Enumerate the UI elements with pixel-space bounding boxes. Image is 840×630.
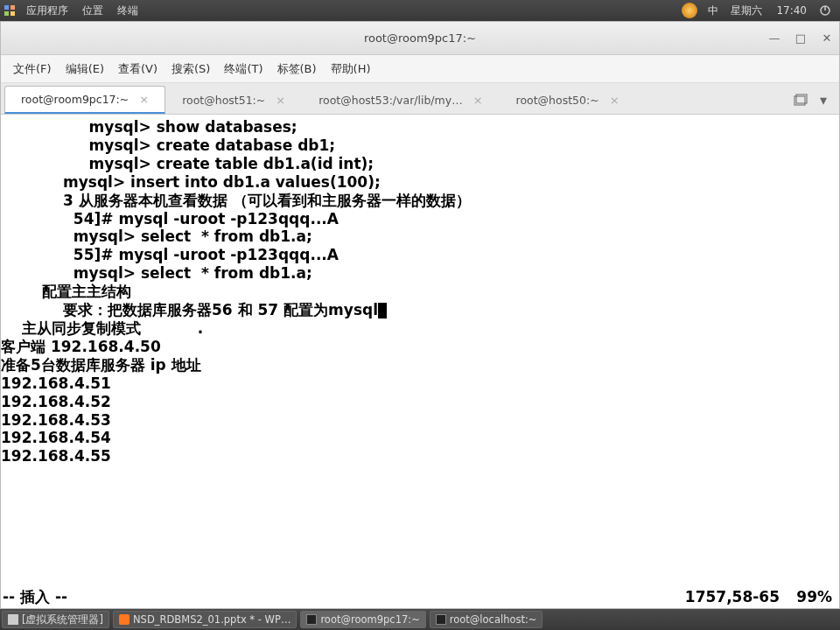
- power-icon[interactable]: [817, 3, 833, 18]
- tab-dropdown-icon[interactable]: ▾: [820, 92, 827, 108]
- terminal-line: mysql> insert into db1.a values(100);: [1, 173, 839, 192]
- panel-menu-applications[interactable]: 应用程序: [19, 4, 75, 18]
- terminal-line: 主从同步复制模式 .: [1, 319, 839, 338]
- tab-host51[interactable]: root@host51:~ ×: [165, 86, 302, 114]
- task-label: NSD_RDBMS2_01.pptx * - WP…: [133, 613, 290, 626]
- terminal-line: 54]# mysql -uroot -p123qqq...A: [1, 210, 839, 228]
- terminal-line: 192.168.4.54: [1, 429, 839, 447]
- tab-close-icon[interactable]: ×: [139, 93, 149, 106]
- tab-label: root@host50:~: [516, 94, 599, 107]
- task-terminal-room9pc17[interactable]: root@room9pc17:~: [300, 611, 425, 628]
- tab-close-icon[interactable]: ×: [276, 94, 285, 107]
- svg-rect-1: [10, 5, 15, 10]
- terminal-cursor: [378, 303, 387, 318]
- terminal-line: mysql> create database db1;: [1, 136, 839, 155]
- panel-menu-terminal[interactable]: 终端: [110, 4, 145, 18]
- terminal-line: mysql> show databases;: [1, 118, 839, 136]
- tab-label: root@host53:/var/lib/my…: [318, 94, 462, 107]
- terminal-window: root@room9pc17:~ — □ ✕ 文件(F) 编辑(E) 查看(V)…: [0, 21, 840, 609]
- wps-icon: [119, 614, 130, 625]
- terminal-icon: [306, 614, 317, 625]
- svg-rect-3: [10, 11, 15, 16]
- menu-search[interactable]: 搜索(S): [164, 61, 217, 77]
- vim-position: 1757,58-65: [685, 588, 780, 606]
- window-controls: — □ ✕: [767, 32, 834, 45]
- vm-icon: [8, 614, 18, 625]
- system-icon: [4, 4, 16, 17]
- terminal-line: 3 从服务器本机查看数据 （可以看到和主服务器一样的数据）: [1, 192, 839, 210]
- task-label: [虚拟系统管理器]: [22, 613, 103, 626]
- terminal-line: mysql> create table db1.a(id int);: [1, 155, 839, 173]
- tab-actions: ▾: [785, 86, 836, 114]
- tab-label: root@host51:~: [182, 94, 265, 107]
- menu-help[interactable]: 帮助(H): [324, 61, 378, 77]
- svg-rect-2: [4, 11, 9, 16]
- tab-host53[interactable]: root@host53:/var/lib/my… ×: [302, 86, 499, 114]
- terminal-output[interactable]: mysql> show databases; mysql> create dat…: [1, 115, 839, 608]
- window-titlebar[interactable]: root@room9pc17:~ — □ ✕: [1, 22, 839, 55]
- terminal-line: 要求：把数据库服务器56 和 57 配置为mysql: [1, 301, 839, 319]
- tab-label: root@room9pc17:~: [21, 93, 129, 106]
- tab-room9pc17[interactable]: root@room9pc17:~ ×: [4, 86, 165, 114]
- panel-menu-places[interactable]: 位置: [75, 4, 110, 18]
- minimize-button[interactable]: —: [767, 32, 781, 45]
- vim-status-line: -- 插入 -- 1757,58-65 99%: [3, 588, 832, 606]
- terminal-line: mysql> select * from db1.a;: [1, 228, 839, 246]
- terminal-line: 客户端 192.168.4.50: [1, 338, 839, 356]
- terminal-line: 192.168.4.55: [1, 447, 839, 466]
- terminal-line: 55]# mysql -uroot -p123qqq...A: [1, 246, 839, 264]
- window-title: root@room9pc17:~: [364, 32, 476, 45]
- close-button[interactable]: ✕: [820, 32, 834, 45]
- tab-close-icon[interactable]: ×: [473, 94, 483, 107]
- desktop-taskbar: [虚拟系统管理器] NSD_RDBMS2_01.pptx * - WP… roo…: [0, 609, 840, 630]
- task-terminal-localhost[interactable]: root@localhost:~: [430, 611, 543, 628]
- task-label: root@localhost:~: [450, 613, 537, 626]
- vim-mode: -- 插入 --: [3, 588, 67, 606]
- new-tab-icon[interactable]: [794, 94, 808, 106]
- task-wps[interactable]: NSD_RDBMS2_01.pptx * - WP…: [113, 611, 297, 628]
- tabbar: root@room9pc17:~ × root@host51:~ × root@…: [1, 83, 839, 115]
- clock-time[interactable]: 17:40: [769, 4, 814, 17]
- terminal-icon: [436, 614, 446, 625]
- terminal-line: 192.168.4.51: [1, 374, 839, 393]
- terminal-line: 192.168.4.53: [1, 411, 839, 430]
- svg-rect-0: [4, 5, 9, 10]
- clock-day[interactable]: 星期六: [724, 4, 769, 18]
- terminal-line: 192.168.4.52: [1, 393, 839, 411]
- menu-edit[interactable]: 编辑(E): [59, 61, 111, 77]
- terminal-line: 准备5台数据库服务器 ip 地址: [1, 356, 839, 374]
- task-label: root@room9pc17:~: [320, 613, 419, 626]
- vim-percent: 99%: [780, 588, 832, 606]
- menu-tabs[interactable]: 标签(B): [270, 61, 324, 77]
- menubar: 文件(F) 编辑(E) 查看(V) 搜索(S) 终端(T) 标签(B) 帮助(H…: [1, 55, 839, 83]
- maximize-button[interactable]: □: [794, 32, 808, 45]
- ime-indicator[interactable]: 中: [703, 4, 724, 18]
- menu-file[interactable]: 文件(F): [6, 61, 59, 77]
- task-virt-manager[interactable]: [虚拟系统管理器]: [2, 611, 109, 628]
- desktop-top-panel: 应用程序 位置 终端 中 星期六 17:40: [0, 0, 840, 21]
- terminal-line: 配置主主结构: [1, 283, 839, 301]
- terminal-line: mysql> select * from db1.a;: [1, 264, 839, 283]
- tab-close-icon[interactable]: ×: [610, 94, 620, 107]
- menu-view[interactable]: 查看(V): [111, 61, 164, 77]
- menu-terminal[interactable]: 终端(T): [217, 61, 270, 77]
- tab-host50[interactable]: root@host50:~ ×: [500, 86, 636, 114]
- notification-indicator-icon[interactable]: [682, 3, 697, 18]
